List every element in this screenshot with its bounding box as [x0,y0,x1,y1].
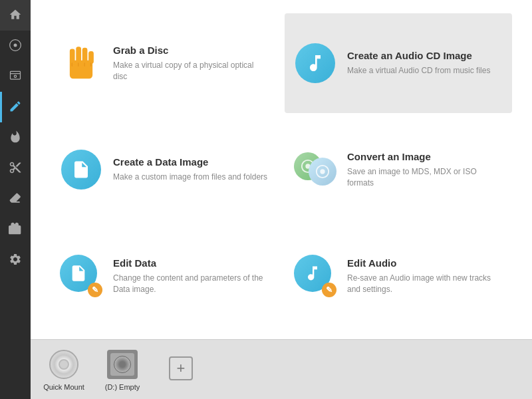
edit-audio-text: Edit Audio Re-save an Audio image with n… [347,257,503,295]
audio-cd-icon [294,42,336,84]
hand-icon [60,42,102,84]
create-data-desc: Make a custom image from files and folde… [113,172,269,183]
data-image-icon [60,148,102,191]
svg-rect-6 [70,49,75,65]
sidebar-item-catalog[interactable] [0,214,31,245]
quick-mount-icon [48,348,80,380]
action-create-data[interactable]: Create a Data Image Make a custom image … [51,120,278,219]
edit-badge: ✎ [88,283,102,297]
disc-graphic [49,350,78,379]
sidebar-item-disc[interactable] [0,31,31,61]
svg-point-17 [320,169,325,174]
action-create-audio[interactable]: Create an Audio CD Image Make a virtual … [285,13,512,113]
catalog-icon [9,222,22,237]
create-audio-desc: Make a virtual Audio CD from music files [347,65,503,76]
edit-data-icon-wrapper: ✎ [60,255,102,297]
gear-icon [9,253,22,268]
eraser-icon [9,192,22,207]
convert-title: Convert an Image [347,151,503,163]
sidebar-item-erase[interactable] [0,184,31,214]
virtual-icon [9,69,22,84]
svg-point-1 [14,43,17,47]
edit-audio-icon-wrapper: ✎ [294,255,336,297]
svg-rect-7 [76,47,81,64]
create-data-text: Create a Data Image Make a custom image … [113,156,269,183]
edit-data-text: Edit Data Change the content and paramet… [113,257,269,295]
home-icon [9,8,22,23]
convert-text: Convert an Image Save an image to MDS, M… [347,151,503,189]
drive-disc-graphic [114,356,131,373]
sidebar-item-settings[interactable] [0,245,31,275]
edit-audio-title: Edit Audio [347,257,503,269]
action-edit-data[interactable]: ✎ Edit Data Change the content and param… [51,226,278,326]
disc-icon [9,39,22,54]
edit-data-desc: Change the content and parameters of the… [113,273,269,295]
action-convert[interactable]: Convert an Image Save an image to MDS, M… [285,120,512,219]
fire-icon [9,130,22,146]
create-data-title: Create a Data Image [113,156,269,168]
scissors-icon [9,161,22,176]
convert-desc: Save an image to MDS, MDX or ISO formats [347,166,503,189]
edit-audio-badge: ✎ [322,283,336,297]
create-audio-text: Create an Audio CD Image Make a virtual … [347,50,503,76]
grab-disc-title: Grab a Disc [113,45,269,57]
drive-inner [110,353,134,376]
quick-mount-label: Quick Mount [43,383,84,391]
sidebar-item-burn[interactable] [0,122,31,153]
svg-rect-8 [82,48,88,64]
taskbar-drive-d[interactable]: (D:) Empty [96,344,149,395]
action-grid: Grab a Disc Make a virtual copy of a phy… [31,0,532,339]
convert-icon [294,148,336,191]
action-grab-disc[interactable]: Grab a Disc Make a virtual copy of a phy… [51,13,278,113]
edit-audio-desc: Re-save an Audio image with new tracks a… [347,273,503,295]
svg-point-4 [14,75,16,77]
sidebar-item-edit[interactable] [0,153,31,184]
grab-disc-desc: Make a virtual copy of a physical optica… [113,60,269,82]
drive-d-label: (D:) Empty [105,383,140,391]
drive-outer [107,350,138,379]
sidebar [0,0,31,399]
create-icon [9,100,22,115]
grab-disc-text: Grab a Disc Make a virtual copy of a phy… [113,45,269,82]
svg-rect-9 [88,51,94,64]
add-plus-icon: + [169,356,193,380]
sidebar-item-home[interactable] [0,0,31,31]
sidebar-item-create[interactable] [0,92,31,122]
create-audio-title: Create an Audio CD Image [347,50,503,62]
action-edit-audio[interactable]: ✎ Edit Audio Re-save an Audio image with… [285,226,512,326]
main-content: Grab a Disc Make a virtual copy of a phy… [31,0,532,399]
add-drive-icon: + [165,352,197,384]
taskbar: Quick Mount (D:) Empty + [31,339,532,399]
edit-data-title: Edit Data [113,257,269,269]
taskbar-quick-mount[interactable]: Quick Mount [37,344,90,395]
drive-d-icon [106,348,138,380]
taskbar-add[interactable]: + [154,348,207,391]
sidebar-item-virtual[interactable] [0,61,31,92]
